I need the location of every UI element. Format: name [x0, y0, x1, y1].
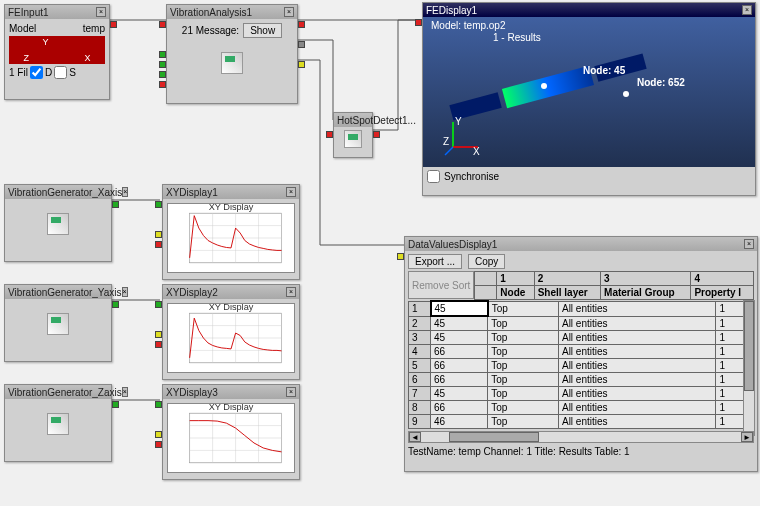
vibgen-panel: VibrationGenerator_Zaxis× — [4, 384, 112, 462]
vibgen-title: VibrationGenerator_Zaxis — [8, 387, 122, 398]
status-line: TestName: temp Channel: 1 Title: Results… — [408, 446, 754, 457]
input-port[interactable] — [159, 21, 166, 28]
node-marker — [541, 83, 547, 89]
input-port[interactable] — [155, 301, 162, 308]
svg-text:XY Display: XY Display — [209, 404, 254, 412]
table-row[interactable]: 566TopAll entities1 — [409, 359, 754, 373]
feinput-temp-label: temp — [83, 23, 105, 34]
col-header[interactable]: Material Group — [601, 286, 691, 300]
svg-line-17 — [445, 147, 453, 155]
close-icon[interactable]: × — [286, 287, 296, 297]
close-icon[interactable]: × — [284, 7, 294, 17]
input-port[interactable] — [415, 19, 422, 26]
output-port[interactable] — [298, 61, 305, 68]
axes-triad-icon: Y X Z — [443, 117, 483, 157]
hotspot-title: HotSpotDetect1... — [337, 115, 416, 126]
table-row[interactable]: 666TopAll entities1 — [409, 373, 754, 387]
output-port[interactable] — [112, 301, 119, 308]
col-num: 2 — [534, 272, 600, 286]
checkbox-s-label: S — [69, 67, 76, 78]
input-port[interactable] — [159, 71, 166, 78]
col-num: 1 — [497, 272, 534, 286]
table-row[interactable]: 866TopAll entities1 — [409, 401, 754, 415]
xy-chart: XY Display — [168, 404, 294, 472]
input-port[interactable] — [159, 61, 166, 68]
node652-label: Node: 652 — [637, 77, 685, 88]
output-port[interactable] — [298, 21, 305, 28]
close-icon[interactable]: × — [122, 187, 128, 197]
horizontal-scrollbar[interactable]: ◄ ► — [408, 431, 754, 443]
viewport-3d[interactable]: Model: temp.op2 1 - Results Node: 45 Nod… — [423, 17, 755, 167]
table-row[interactable]: 145TopAll entities1 — [409, 301, 754, 316]
table-row[interactable]: 745TopAll entities1 — [409, 387, 754, 401]
checkbox-s[interactable] — [54, 66, 67, 79]
remove-sort-button[interactable]: Remove Sort — [412, 280, 470, 291]
svg-text:Z: Z — [443, 136, 449, 147]
show-button[interactable]: Show — [243, 23, 282, 38]
xydisplay-title: XYDisplay1 — [166, 187, 218, 198]
col-num: 3 — [601, 272, 691, 286]
output-port[interactable] — [110, 21, 117, 28]
vibgen-title: VibrationGenerator_Xaxis — [8, 187, 122, 198]
input-port[interactable] — [326, 131, 333, 138]
checkbox-d[interactable] — [30, 66, 43, 79]
input-port[interactable] — [155, 201, 162, 208]
vibgen-panel: VibrationGenerator_Yaxis× — [4, 284, 112, 362]
input-port[interactable] — [155, 341, 162, 348]
table-row[interactable]: 245TopAll entities1 — [409, 316, 754, 331]
input-port[interactable] — [155, 231, 162, 238]
input-port[interactable] — [159, 81, 166, 88]
fedisplay-results-line: 1 - Results — [493, 32, 541, 43]
datavalues-title: DataValuesDisplay1 — [408, 239, 497, 250]
output-port[interactable] — [112, 201, 119, 208]
input-port[interactable] — [159, 51, 166, 58]
col-header[interactable]: Property I — [691, 286, 754, 300]
close-icon[interactable]: × — [96, 7, 106, 17]
input-port[interactable] — [155, 331, 162, 338]
hotspot-icon — [344, 130, 362, 148]
xydisplay-panel: XYDisplay3× XY Display — [162, 384, 300, 480]
output-port[interactable] — [112, 401, 119, 408]
sync-checkbox[interactable] — [427, 170, 440, 183]
axis-y-label: Y — [43, 37, 49, 47]
vibration-panel: VibrationAnalysis1× 21 Message: Show — [166, 4, 298, 104]
close-icon[interactable]: × — [744, 239, 754, 249]
close-icon[interactable]: × — [286, 187, 296, 197]
svg-text:XY Display: XY Display — [209, 204, 254, 212]
vibgen-icon — [47, 313, 69, 335]
input-port[interactable] — [155, 241, 162, 248]
vibgen-icon — [47, 213, 69, 235]
close-icon[interactable]: × — [122, 387, 128, 397]
table-row[interactable]: 946TopAll entities1 — [409, 415, 754, 429]
fedisplay-title: FEDisplay1 — [426, 5, 477, 16]
input-port[interactable] — [155, 441, 162, 448]
svg-text:Y: Y — [455, 117, 462, 127]
vertical-scrollbar[interactable] — [743, 300, 755, 436]
table-row[interactable]: 466TopAll entities1 — [409, 345, 754, 359]
copy-button[interactable]: Copy — [468, 254, 505, 269]
feinput-model-label: Model — [9, 23, 36, 34]
xydisplay-title: XYDisplay3 — [166, 387, 218, 398]
close-icon[interactable]: × — [122, 287, 128, 297]
feinput-file-label: 1 Fil — [9, 67, 28, 78]
axis-x-label: X — [85, 53, 91, 63]
col-header[interactable]: Shell layer — [534, 286, 600, 300]
vibgen-icon — [47, 413, 69, 435]
output-port[interactable] — [298, 41, 305, 48]
data-table[interactable]: 145TopAll entities1245TopAll entities134… — [408, 300, 754, 429]
col-num: 4 — [691, 272, 754, 286]
fedisplay-model-line: Model: temp.op2 — [431, 20, 506, 31]
output-port[interactable] — [373, 131, 380, 138]
close-icon[interactable]: × — [742, 5, 752, 15]
col-header[interactable]: Node — [497, 286, 534, 300]
feinput-panel: FEInput1× Model temp Y Z X 1 Fil D S — [4, 4, 110, 100]
axis-z-label: Z — [23, 53, 29, 63]
table-row[interactable]: 345TopAll entities1 — [409, 331, 754, 345]
input-port[interactable] — [155, 401, 162, 408]
export-button[interactable]: Export ... — [408, 254, 462, 269]
sync-label: Synchronise — [444, 171, 499, 182]
input-port[interactable] — [155, 431, 162, 438]
input-port[interactable] — [397, 253, 404, 260]
close-icon[interactable]: × — [286, 387, 296, 397]
xy-chart: XY Display — [168, 204, 294, 272]
